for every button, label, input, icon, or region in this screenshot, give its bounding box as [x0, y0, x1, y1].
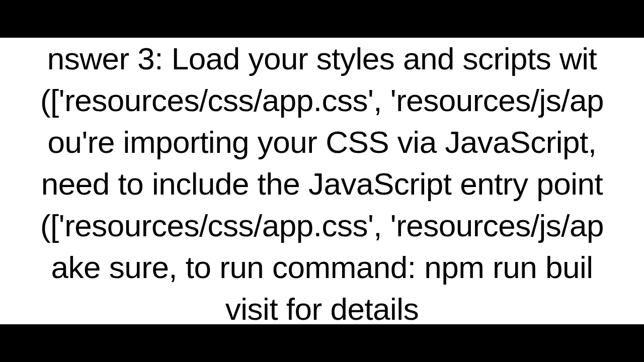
answer-line-1: nswer 3: Load your styles and scripts wi…: [0, 38, 644, 79]
answer-line-4: need to include the JavaScript entry poi…: [0, 163, 644, 205]
answer-text-block: nswer 3: Load your styles and scripts wi…: [0, 38, 644, 324]
content-viewport: nswer 3: Load your styles and scripts wi…: [0, 38, 644, 324]
answer-line-2: (['resources/css/app.css', 'resources/js…: [0, 79, 644, 121]
answer-line-6: ake sure, to run command: npm run buil: [0, 246, 644, 288]
answer-line-3: ou're importing your CSS via JavaScript,: [0, 121, 644, 163]
answer-line-5: (['resources/css/app.css', 'resources/js…: [0, 205, 644, 246]
answer-line-7: visit for details: [0, 288, 644, 324]
